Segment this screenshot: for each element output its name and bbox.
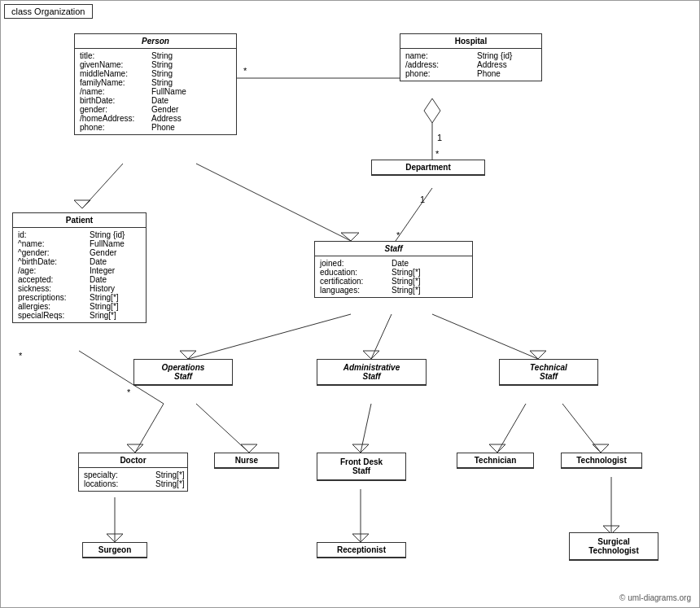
svg-text:*: * [396, 230, 400, 240]
technician-class: Technician [457, 453, 534, 469]
staff-body: joined:Date education:String[*] certific… [315, 256, 472, 297]
svg-marker-36 [352, 534, 369, 542]
svg-marker-28 [352, 444, 369, 453]
svg-line-31 [562, 404, 601, 453]
surgeon-header: Surgeon [83, 543, 147, 558]
diagram-title: class Organization [4, 4, 93, 19]
person-body: title:String givenName:String middleName… [75, 49, 236, 134]
technician-header: Technician [457, 453, 533, 468]
staff-header: Staff [315, 242, 472, 256]
operations-staff-header: OperationsStaff [134, 360, 232, 385]
svg-marker-18 [180, 351, 196, 359]
svg-text:1: 1 [420, 195, 425, 204]
technologist-header: Technologist [562, 453, 641, 468]
person-class: Person title:String givenName:String mid… [74, 33, 237, 135]
staff-class: Staff joined:Date education:String[*] ce… [314, 241, 473, 298]
svg-text:*: * [243, 66, 247, 76]
doctor-class: Doctor specialty:String[*] locations:Str… [78, 453, 188, 492]
nurse-class: Nurse [214, 453, 279, 469]
front-desk-staff-header: Front DeskStaff [317, 453, 405, 480]
receptionist-header: Receptionist [317, 543, 405, 558]
doctor-body: specialty:String[*] locations:String[*] [79, 468, 187, 491]
administrative-staff-header: AdministrativeStaff [317, 360, 426, 385]
technical-staff-header: TechnicalStaff [500, 360, 597, 385]
patient-body: id:String {id} ^name:FullName ^gender:Ge… [13, 228, 146, 322]
patient-class: Patient id:String {id} ^name:FullName ^g… [12, 212, 147, 323]
hospital-header: Hospital [400, 34, 541, 49]
svg-line-25 [196, 404, 249, 453]
svg-marker-30 [489, 444, 505, 453]
nurse-header: Nurse [215, 453, 278, 468]
doctor-header: Doctor [79, 453, 187, 468]
svg-line-21 [432, 314, 538, 359]
svg-line-23 [135, 404, 164, 453]
svg-line-10 [82, 164, 123, 208]
administrative-staff-class: AdministrativeStaff [317, 359, 427, 386]
svg-line-17 [188, 314, 351, 359]
svg-text:*: * [127, 387, 131, 397]
svg-marker-24 [127, 444, 143, 453]
svg-marker-22 [530, 351, 546, 359]
svg-marker-32 [593, 444, 609, 453]
svg-line-7 [396, 188, 432, 241]
svg-marker-13 [341, 233, 359, 241]
person-header: Person [75, 34, 236, 49]
hospital-body: name:String {id} /address:Address phone:… [400, 49, 541, 81]
svg-text:*: * [19, 351, 23, 361]
hospital-class: Hospital name:String {id} /address:Addre… [400, 33, 542, 81]
department-class: Department [371, 160, 485, 176]
svg-line-12 [196, 164, 351, 241]
svg-line-19 [371, 314, 392, 359]
department-header: Department [372, 160, 484, 175]
svg-marker-34 [107, 534, 123, 542]
technologist-class: Technologist [561, 453, 642, 469]
diagram-container: class Organization * * 1 * 1 * * * [0, 0, 700, 608]
svg-marker-20 [363, 351, 379, 359]
surgical-technologist-class: SurgicalTechnologist [569, 532, 658, 561]
surgical-technologist-header: SurgicalTechnologist [570, 533, 658, 560]
svg-line-29 [497, 404, 526, 453]
receptionist-class: Receptionist [317, 542, 406, 558]
svg-marker-3 [424, 98, 440, 123]
svg-text:*: * [435, 149, 440, 159]
patient-header: Patient [13, 213, 146, 228]
front-desk-staff-class: Front DeskStaff [317, 453, 406, 481]
operations-staff-class: OperationsStaff [133, 359, 233, 386]
surgeon-class: Surgeon [82, 542, 147, 558]
svg-text:1: 1 [437, 133, 442, 142]
technical-staff-class: TechnicalStaff [499, 359, 598, 386]
svg-marker-11 [74, 200, 90, 208]
svg-line-27 [361, 404, 371, 453]
copyright: © uml-diagrams.org [619, 593, 691, 602]
svg-marker-26 [241, 444, 257, 453]
